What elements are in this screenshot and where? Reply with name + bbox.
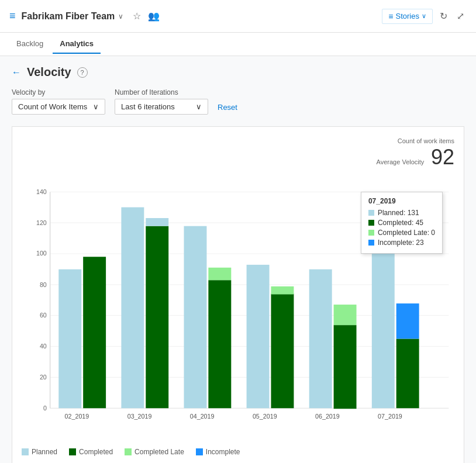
team-chevron-icon[interactable]: ∨ xyxy=(118,12,123,20)
velocity-by-chevron-icon: ∨ xyxy=(93,102,99,111)
expand-button[interactable]: ⤢ xyxy=(454,8,467,24)
legend-completed-swatch xyxy=(69,448,76,455)
bar-completedlate-4 xyxy=(334,305,357,325)
svg-text:100: 100 xyxy=(36,250,47,257)
velocity-by-select[interactable]: Count of Work Items ∨ xyxy=(12,99,105,115)
iterations-label: Number of Iterations xyxy=(115,88,208,96)
avg-velocity-value: 92 xyxy=(431,145,454,169)
bar-planned-3 xyxy=(247,265,270,408)
tooltip-incomplete-swatch xyxy=(368,240,374,246)
bar-completedlate-2 xyxy=(208,268,231,280)
refresh-button[interactable]: ↻ xyxy=(437,8,450,24)
tooltip-completed-swatch xyxy=(368,220,374,226)
legend-incomplete: Incomplete xyxy=(196,448,240,456)
bar-completed-3 xyxy=(271,294,294,409)
bar-extra-1 xyxy=(146,218,168,226)
bar-planned-1 xyxy=(121,208,144,409)
tooltip-title: 07_2019 xyxy=(368,197,435,205)
bar-planned-4 xyxy=(309,269,332,409)
chart-legend: Planned Completed Completed Late Incompl… xyxy=(22,443,454,461)
legend-planned-swatch xyxy=(22,448,29,455)
stories-button[interactable]: ≡ Stories ∨ xyxy=(382,9,433,24)
tooltip-planned: Planned: 131 xyxy=(368,209,435,217)
svg-text:04_2019: 04_2019 xyxy=(190,413,215,420)
svg-text:05_2019: 05_2019 xyxy=(253,413,277,420)
tooltip-completedlate: Completed Late: 0 xyxy=(368,229,435,237)
tooltip-planned-swatch xyxy=(368,210,374,216)
svg-text:120: 120 xyxy=(36,219,47,226)
tooltip-planned-label: Planned: 131 xyxy=(378,209,419,217)
app-icon: ≡ xyxy=(9,10,16,22)
bar-planned-0 xyxy=(58,269,81,409)
stories-icon: ≡ xyxy=(388,12,393,21)
bar-completed-4 xyxy=(334,325,357,409)
velocity-by-value: Count of Work Items xyxy=(18,102,87,111)
velocity-by-label: Velocity by xyxy=(12,88,105,96)
chart-area: 0 20 40 60 80 100 120 140 02_2019 xyxy=(22,174,454,437)
bar-completed-2 xyxy=(208,280,231,408)
svg-text:80: 80 xyxy=(40,281,47,288)
velocity-summary: Count of work itemsAverage Velocity 92 xyxy=(22,136,454,170)
back-button[interactable]: ← xyxy=(12,67,21,78)
velocity-header: ← Velocity ? xyxy=(12,65,464,79)
tooltip-completed-label: Completed: 45 xyxy=(378,219,423,227)
legend-completedlate-swatch xyxy=(125,448,132,455)
team-name: Fabrikam Fiber Team xyxy=(22,11,115,22)
legend-completed-label: Completed xyxy=(79,448,113,456)
tab-backlog[interactable]: Backlog xyxy=(9,34,50,54)
svg-text:07_2019: 07_2019 xyxy=(378,413,402,420)
svg-text:40: 40 xyxy=(40,343,47,350)
bar-completed-5 xyxy=(396,338,419,408)
page-title: Velocity xyxy=(27,65,71,79)
help-icon[interactable]: ? xyxy=(77,67,88,78)
svg-text:02_2019: 02_2019 xyxy=(65,413,89,420)
svg-text:0: 0 xyxy=(43,405,47,412)
legend-incomplete-label: Incomplete xyxy=(206,448,240,456)
iterations-chevron-icon: ∨ xyxy=(196,102,202,111)
team-members-icon[interactable]: 👥 xyxy=(148,11,160,22)
main-content: ← Velocity ? Velocity by Count of Work I… xyxy=(0,56,476,463)
svg-text:140: 140 xyxy=(36,188,47,195)
tooltip-completedlate-label: Completed Late: 0 xyxy=(378,229,435,237)
stories-chevron-icon: ∨ xyxy=(422,12,426,20)
chart-tooltip: 07_2019 Planned: 131 Completed: 45 Compl… xyxy=(361,192,443,254)
stories-label: Stories xyxy=(396,12,419,20)
tooltip-incomplete: Incomplete: 23 xyxy=(368,239,435,247)
legend-completedlate: Completed Late xyxy=(125,448,184,456)
bar-completedlate-3 xyxy=(271,286,294,295)
svg-text:20: 20 xyxy=(40,374,47,381)
svg-text:06_2019: 06_2019 xyxy=(315,413,340,420)
legend-incomplete-swatch xyxy=(196,448,203,455)
iterations-value: Last 6 iterations xyxy=(121,102,175,111)
iterations-group: Number of Iterations Last 6 iterations ∨ xyxy=(115,88,208,115)
nav-tabs: Backlog Analytics xyxy=(0,33,476,56)
tab-analytics[interactable]: Analytics xyxy=(53,34,101,54)
bar-planned-2 xyxy=(184,226,207,409)
svg-text:03_2019: 03_2019 xyxy=(127,413,152,420)
chart-container: Count of work itemsAverage Velocity 92 xyxy=(12,126,464,463)
filters-row: Velocity by Count of Work Items ∨ Number… xyxy=(12,88,464,115)
bar-completed-1 xyxy=(146,226,168,409)
velocity-by-group: Velocity by Count of Work Items ∨ xyxy=(12,88,105,115)
legend-planned-label: Planned xyxy=(32,448,57,456)
favorite-icon[interactable]: ☆ xyxy=(133,11,141,22)
iterations-select[interactable]: Last 6 iterations ∨ xyxy=(115,99,208,115)
svg-text:60: 60 xyxy=(40,312,47,319)
legend-completedlate-label: Completed Late xyxy=(134,448,184,456)
tooltip-completed: Completed: 45 xyxy=(368,219,435,227)
bar-incomplete-5 xyxy=(396,303,419,338)
tooltip-completedlate-swatch xyxy=(368,230,374,236)
tooltip-incomplete-label: Incomplete: 23 xyxy=(378,239,424,247)
app-header: ≡ Fabrikam Fiber Team ∨ ☆ 👥 ≡ Stories ∨ … xyxy=(0,0,476,33)
bar-completed-0 xyxy=(83,257,106,408)
legend-planned: Planned xyxy=(22,448,57,456)
reset-button[interactable]: Reset xyxy=(218,100,237,115)
legend-completed: Completed xyxy=(69,448,113,456)
